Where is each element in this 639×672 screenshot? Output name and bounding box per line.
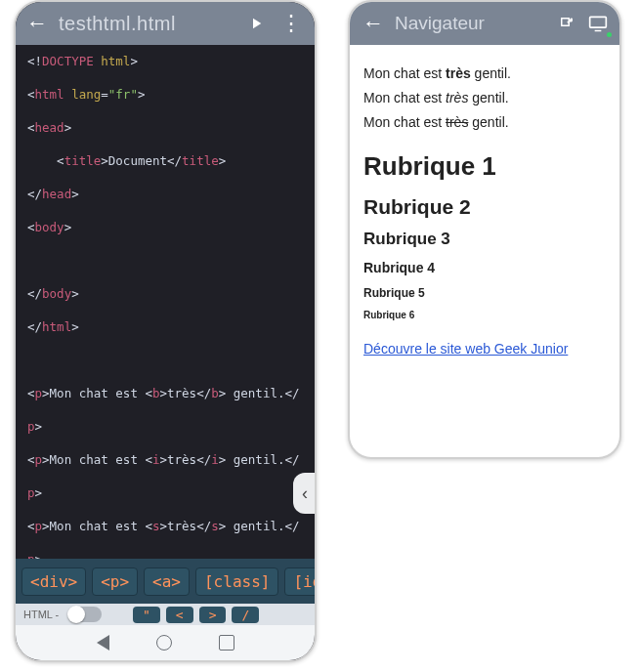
paragraph-italic: Mon chat est très gentil. [363, 89, 606, 107]
snippet-toolbar: <div> <p> <a> [class] [id] [16, 559, 315, 604]
nav-recents-icon[interactable] [219, 635, 234, 651]
snippet-quote[interactable]: " [133, 607, 160, 623]
mode-toggle[interactable] [68, 607, 102, 622]
svg-rect-0 [590, 17, 607, 27]
external-icon [558, 15, 575, 32]
snippet-slash[interactable]: / [232, 607, 259, 623]
heading-3: Rubrique 3 [363, 229, 606, 251]
browser-back-button[interactable]: ← [356, 6, 391, 41]
run-button[interactable] [238, 6, 274, 41]
snippet-div[interactable]: <div> [21, 567, 86, 596]
nav-back-icon[interactable] [97, 635, 109, 651]
monitor-icon [588, 15, 608, 32]
heading-5: Rubrique 5 [363, 285, 606, 301]
browser-header: ← Navigateur [350, 2, 619, 45]
paragraph-strike: Mon chat est très gentil. [363, 113, 606, 132]
nav-home-icon[interactable] [156, 635, 172, 651]
editor-phone: ← testhtml.html ⋮ <!DOCTYPE html> <html … [14, 0, 317, 662]
mode-label: HTML - [23, 609, 59, 620]
back-button[interactable]: ← [20, 6, 55, 41]
rendered-page: Mon chat est très gentil. Mon chat est t… [350, 45, 619, 372]
heading-1: Rubrique 1 [363, 149, 606, 184]
snippet-gt[interactable]: > [199, 607, 227, 623]
status-dot-icon [607, 32, 612, 37]
chevron-left-icon: ‹ [302, 483, 308, 504]
play-icon [247, 15, 265, 32]
file-title: testhtml.html [55, 13, 238, 35]
browser-title: Navigateur [391, 13, 551, 34]
open-external-button[interactable] [551, 8, 582, 39]
overflow-menu-button[interactable]: ⋮ [274, 6, 309, 41]
snippet-a[interactable]: <a> [144, 567, 190, 596]
code-editor[interactable]: <!DOCTYPE html> <html lang="fr"> <head> … [16, 45, 315, 563]
snippet-p[interactable]: <p> [92, 567, 138, 596]
geek-junior-link[interactable]: Découvre le site web Geek Junior [363, 340, 568, 358]
editor-header: ← testhtml.html ⋮ [16, 2, 315, 45]
snippet-lt[interactable]: < [166, 607, 193, 623]
heading-6: Rubrique 6 [363, 309, 606, 322]
side-panel-toggle[interactable]: ‹ [293, 473, 317, 514]
snippet-id[interactable]: [id] [284, 567, 317, 596]
desktop-mode-button[interactable] [582, 8, 614, 39]
snippet-class[interactable]: [class] [195, 567, 278, 596]
paragraph-bold: Mon chat est très gentil. [363, 64, 606, 83]
heading-2: Rubrique 2 [363, 193, 606, 221]
browser-phone: ← Navigateur Mon chat est très gentil. M… [348, 0, 621, 459]
heading-4: Rubrique 4 [363, 259, 606, 277]
android-nav-bar [16, 625, 315, 660]
